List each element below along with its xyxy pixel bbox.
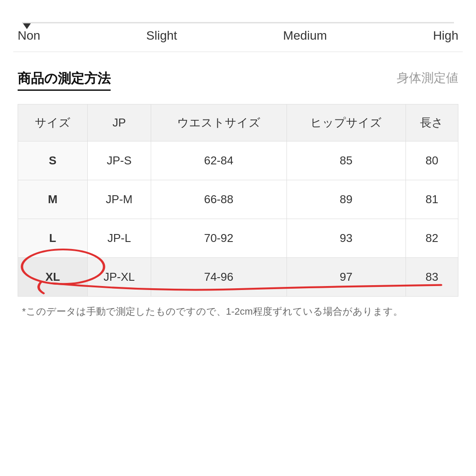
product-method-title: 商品の測定方法 — [18, 70, 111, 91]
size-table-wrapper: サイズ JP ウエストサイズ ヒップサイズ 長さ S JP-S 62-84 85… — [18, 104, 458, 297]
footer-note: *このデータは手動で測定したものですので、1-2cm程度ずれている場合があります… — [18, 304, 458, 319]
jp-s: JP-S — [87, 141, 151, 180]
table-row: M JP-M 66-88 89 81 — [18, 180, 458, 219]
slider-labels: Non Slight Medium High — [18, 29, 458, 43]
hip-xl: 97 — [286, 258, 405, 297]
hip-l: 93 — [286, 219, 405, 258]
slider-label-slight: Slight — [146, 29, 177, 43]
jp-l: JP-L — [87, 219, 151, 258]
size-m: M — [18, 180, 88, 219]
size-s: S — [18, 141, 88, 180]
jp-xl: JP-XL — [87, 258, 151, 297]
slider-section: Non Slight Medium High — [13, 0, 463, 52]
body-measurement-title: 身体測定値 — [397, 70, 458, 86]
table-row: L JP-L 70-92 93 82 — [18, 219, 458, 258]
hip-m: 89 — [286, 180, 405, 219]
slider-label-high: High — [433, 29, 458, 43]
col-header-jp: JP — [87, 104, 151, 141]
waist-m: 66-88 — [151, 180, 286, 219]
col-header-length: 長さ — [405, 104, 458, 141]
col-header-hip: ヒップサイズ — [286, 104, 405, 141]
waist-l: 70-92 — [151, 219, 286, 258]
table-row-xl: XL JP-XL 74-96 97 83 — [18, 258, 458, 297]
hip-s: 85 — [286, 141, 405, 180]
size-table: サイズ JP ウエストサイズ ヒップサイズ 長さ S JP-S 62-84 85… — [18, 104, 458, 297]
length-l: 82 — [405, 219, 458, 258]
size-l: L — [18, 219, 88, 258]
waist-xl: 74-96 — [151, 258, 286, 297]
table-row: S JP-S 62-84 85 80 — [18, 141, 458, 180]
table-header-row: サイズ JP ウエストサイズ ヒップサイズ 長さ — [18, 104, 458, 141]
col-header-waist: ウエストサイズ — [151, 104, 286, 141]
waist-s: 62-84 — [151, 141, 286, 180]
slider-track-wrapper — [18, 22, 458, 23]
slider-track — [22, 22, 454, 23]
jp-m: JP-M — [87, 180, 151, 219]
measurement-header: 商品の測定方法 身体測定値 — [18, 70, 458, 91]
length-s: 80 — [405, 141, 458, 180]
slider-label-non: Non — [18, 29, 40, 43]
length-xl: 83 — [405, 258, 458, 297]
col-header-size: サイズ — [18, 104, 88, 141]
size-xl: XL — [18, 258, 88, 297]
slider-label-medium: Medium — [283, 29, 327, 43]
length-m: 81 — [405, 180, 458, 219]
measurement-section: 商品の測定方法 身体測定値 サイズ JP ウエストサイズ ヒップサイズ 長さ — [13, 52, 463, 476]
